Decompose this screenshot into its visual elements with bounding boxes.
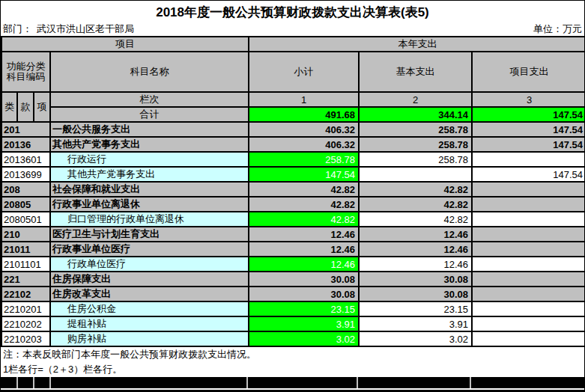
row-basic: 258.78: [359, 137, 472, 152]
row-name: 行政事业单位医疗: [50, 242, 249, 257]
table-row: 2210202提租补贴3.913.91: [1, 316, 585, 331]
row-subtotal: 12.46: [249, 257, 359, 272]
row-subtotal: 406.32: [249, 137, 359, 152]
table-body: 201一般公共服务支出406.32258.78147.5420136其他共产党事…: [1, 122, 585, 346]
row-subtotal: 23.15: [249, 301, 359, 316]
department-value: 武汉市洪山区老干部局: [37, 23, 134, 34]
row-code: 22102: [1, 287, 50, 301]
row-code: 2210203: [1, 331, 50, 346]
table-row: 2080501归口管理的行政单位离退休42.8242.82: [1, 212, 585, 227]
row-subtotal: 42.82: [249, 197, 359, 212]
black-filled-row: [1, 377, 584, 388]
row-basic: [359, 167, 472, 182]
row-subtotal: 30.08: [249, 272, 359, 287]
row-code: 221: [1, 272, 50, 287]
header-functional-code: 功能分类 科目编码: [1, 52, 50, 92]
row-project: [472, 242, 585, 257]
row-name: 其他共产党事务支出: [50, 167, 249, 182]
row-name: 行政事业单位离退休: [50, 197, 249, 212]
row-basic: 12.46: [359, 227, 472, 242]
row-basic: 42.82: [359, 197, 472, 212]
total-project: 147.54: [472, 107, 585, 122]
black-cell: [358, 377, 470, 388]
black-cell: [18, 377, 33, 388]
row-project: [472, 227, 585, 242]
table-row: 208社会保障和就业支出42.8242.82: [1, 182, 585, 197]
row-name: 住房保障支出: [50, 272, 249, 287]
table-row: 2210203购房补贴3.023.02: [1, 331, 585, 346]
row-name: 行政运行: [50, 152, 249, 167]
row-name: 购房补贴: [50, 331, 249, 346]
header-class: 类: [1, 92, 17, 122]
row-subtotal: 42.82: [249, 182, 359, 197]
header-lane-2: 2: [359, 92, 472, 107]
row-project: 147.54: [472, 137, 585, 152]
row-subtotal: 258.78: [249, 152, 359, 167]
black-cell: [34, 377, 49, 388]
row-name: 医疗卫生与计划生育支出: [50, 227, 249, 242]
row-project: [472, 197, 585, 212]
table-header: 项目 本年支出 功能分类 科目编码 科目名称 小计 基本支出 项目支出 类 款 …: [1, 37, 585, 122]
row-project: [472, 287, 585, 301]
row-code: 21011: [1, 242, 50, 257]
black-cell: [51, 377, 246, 388]
row-name: 住房改革支出: [50, 287, 249, 301]
row-basic: 23.15: [359, 301, 472, 316]
row-project: [472, 212, 585, 227]
row-subtotal: 3.02: [249, 331, 359, 346]
row-basic: 12.46: [359, 257, 472, 272]
table-row: 2013601行政运行258.78258.78: [1, 152, 585, 167]
header-lane-1: 1: [249, 92, 359, 107]
row-basic: 30.08: [359, 272, 472, 287]
final-account-sheet: 2018年度一般公共预算财政拨款支出决算表(表5) 部门：武汉市洪山区老干部局 …: [0, 0, 585, 392]
expenditure-table: 项目 本年支出 功能分类 科目编码 科目名称 小计 基本支出 项目支出 类 款 …: [1, 36, 585, 347]
total-row: 合计 491.68 344.14 147.54: [1, 107, 585, 122]
header-basic-expenditure: 基本支出: [359, 52, 472, 92]
row-project: [472, 182, 585, 197]
header-lane-3: 3: [472, 92, 585, 107]
row-name: 行政单位医疗: [50, 257, 249, 272]
department-label: 部门：: [3, 23, 32, 34]
functional-code-line2: 科目编码: [7, 71, 46, 82]
row-subtotal: 12.46: [249, 227, 359, 242]
row-project: [472, 152, 585, 167]
header-subtotal: 小计: [249, 52, 359, 92]
header-project-expenditure: 项目支出: [472, 52, 585, 92]
header-section: 款: [17, 92, 34, 122]
row-subtotal: 406.32: [249, 122, 359, 137]
functional-code-line1: 功能分类: [7, 61, 46, 72]
row-basic: 3.91: [359, 316, 472, 331]
row-code: 2013699: [1, 167, 50, 182]
row-subtotal: 42.82: [249, 212, 359, 227]
row-code: 2210201: [1, 301, 50, 316]
row-code: 20136: [1, 137, 50, 152]
row-code: 2080501: [1, 212, 50, 227]
row-project: [472, 316, 585, 331]
row-name: 社会保障和就业支出: [50, 182, 249, 197]
department-line: 部门：武汉市洪山区老干部局: [3, 23, 139, 36]
row-project: [472, 257, 585, 272]
black-cell: [248, 377, 357, 388]
row-project: [472, 301, 585, 316]
row-code: 208: [1, 182, 50, 197]
notes: 注：本表反映部门本年度一般公共预算财政拨款支出情况。 1栏各行=（2＋3）栏各行…: [1, 347, 584, 377]
black-cell: [471, 377, 584, 388]
note-line-2: 1栏各行=（2＋3）栏各行。: [1, 362, 584, 377]
header-row-columns: 功能分类 科目编码 科目名称 小计 基本支出 项目支出: [1, 52, 585, 92]
row-subtotal: 147.54: [249, 167, 359, 182]
meta-row: 部门：武汉市洪山区老干部局 单位：万元: [1, 23, 584, 36]
total-label: 合计: [50, 107, 249, 122]
table-row: 201一般公共服务支出406.32258.78147.54: [1, 122, 585, 137]
row-code: 20805: [1, 197, 50, 212]
table-row: 221住房保障支出30.0830.08: [1, 272, 585, 287]
total-basic: 344.14: [359, 107, 472, 122]
page-title: 2018年度一般公共预算财政拨款支出决算表(表5): [1, 1, 584, 23]
row-code: 2013601: [1, 152, 50, 167]
row-subtotal: 12.46: [249, 242, 359, 257]
table-row: 2210201住房公积金23.1523.15: [1, 301, 585, 316]
table-row: 2013699其他共产党事务支出147.54147.54: [1, 167, 585, 182]
row-subtotal: 30.08: [249, 287, 359, 301]
row-basic: 3.02: [359, 331, 472, 346]
row-code: 210: [1, 227, 50, 242]
row-basic: 30.08: [359, 287, 472, 301]
